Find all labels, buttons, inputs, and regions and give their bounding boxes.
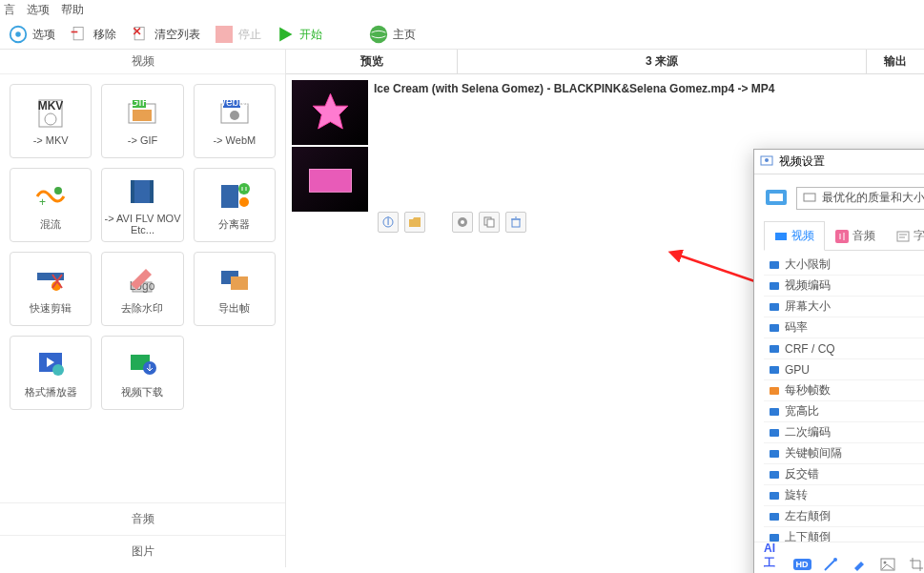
svg-point-24: [238, 183, 250, 194]
spacer: [431, 212, 446, 233]
options-button[interactable]: 选项: [8, 24, 55, 45]
folder-button[interactable]: [404, 212, 425, 233]
crop-button[interactable]: [907, 556, 924, 573]
eraser-button[interactable]: [850, 556, 869, 573]
menu-item[interactable]: 选项: [27, 2, 50, 18]
format-tile-gif[interactable]: GIF-> GIF: [101, 84, 183, 158]
video-thumbnail[interactable]: [292, 80, 368, 145]
menu-item[interactable]: 言: [4, 2, 15, 18]
start-button[interactable]: 开始: [275, 24, 322, 45]
svg-text:WebM: WebM: [217, 96, 248, 109]
svg-rect-31: [231, 276, 248, 290]
svg-rect-72: [770, 534, 779, 542]
property-row[interactable]: 宽高比自动: [764, 401, 924, 422]
format-tile-mux[interactable]: +混流: [10, 168, 92, 242]
property-row[interactable]: 每秒帧数默认: [764, 380, 924, 401]
property-row[interactable]: 码率默认: [764, 317, 924, 338]
property-row[interactable]: 屏幕大小<1080p: [764, 297, 924, 317]
svg-point-25: [239, 197, 249, 207]
format-tile-webm[interactable]: WebM-> WebM: [194, 84, 276, 158]
wand-button[interactable]: [821, 556, 840, 573]
property-row[interactable]: 左右颠倒否: [764, 506, 924, 527]
info-button[interactable]: i: [378, 212, 399, 233]
svg-rect-66: [770, 408, 779, 416]
svg-rect-13: [133, 110, 152, 121]
svg-text:MKV: MKV: [38, 99, 64, 113]
tab-audio[interactable]: 音频: [825, 221, 886, 250]
format-tile-cut[interactable]: 快速剪辑: [10, 252, 92, 326]
svg-point-33: [52, 364, 64, 376]
stop-icon: [214, 24, 235, 45]
format-tile-frames[interactable]: 导出帧: [194, 252, 276, 326]
svg-rect-70: [770, 492, 779, 500]
svg-rect-3: [72, 31, 78, 33]
gear-button[interactable]: [452, 212, 473, 233]
svg-rect-61: [770, 303, 779, 311]
svg-point-47: [765, 158, 769, 162]
delete-button[interactable]: [505, 212, 526, 233]
svg-rect-71: [770, 513, 779, 521]
svg-rect-53: [775, 233, 787, 240]
copy-button[interactable]: [479, 212, 500, 233]
svg-rect-69: [770, 471, 779, 479]
video-settings-dialog: 视频设置 — □ ✕ 最优化的质量和大小 ▾ 另存为 视频: [753, 149, 924, 573]
property-row[interactable]: 视频编码HEVC(H265): [764, 276, 924, 297]
audio-section[interactable]: 音频: [0, 502, 285, 535]
svg-text:i: i: [387, 216, 390, 228]
image-section[interactable]: 图片: [0, 535, 285, 567]
property-row[interactable]: GPU自动检测: [764, 359, 924, 380]
globe-icon: [368, 24, 389, 45]
preset-icon: [764, 184, 789, 212]
tab-subtitle[interactable]: 字幕: [886, 221, 924, 250]
svg-rect-2: [73, 28, 83, 40]
stop-button[interactable]: 停止: [214, 24, 261, 45]
property-row[interactable]: 反交错否: [764, 464, 924, 485]
remove-button[interactable]: 移除: [69, 24, 116, 45]
property-row[interactable]: 旋转否: [764, 485, 924, 506]
format-tile-download[interactable]: 视频下载: [101, 336, 183, 410]
svg-rect-21: [131, 180, 134, 203]
svg-rect-68: [770, 450, 779, 458]
format-tile-mkv[interactable]: MKV-> MKV: [10, 84, 92, 158]
dialog-icon: [760, 153, 773, 170]
svg-point-17: [230, 111, 239, 120]
property-row[interactable]: 二次编码否: [764, 422, 924, 443]
svg-rect-60: [770, 282, 779, 290]
clear-button[interactable]: 清空列表: [130, 24, 200, 45]
svg-point-80: [884, 562, 887, 564]
video-section-header: 视频: [0, 50, 285, 74]
property-row[interactable]: 大小限制关闭: [764, 255, 924, 276]
svg-rect-44: [512, 219, 520, 227]
svg-point-1: [15, 31, 21, 37]
svg-rect-5: [216, 26, 233, 43]
property-row[interactable]: CRF / CQ关闭: [764, 338, 924, 359]
display-icon: [803, 192, 816, 205]
remove-icon: [69, 24, 90, 45]
image-button[interactable]: [878, 556, 897, 573]
video-thumbnail[interactable]: [292, 147, 368, 212]
svg-rect-67: [770, 429, 779, 437]
col-source: 3 来源: [458, 50, 867, 73]
format-tile-avi[interactable]: -> AVI FLV MOV Etc...: [101, 168, 183, 242]
svg-point-41: [461, 220, 464, 224]
property-row[interactable]: 上下颠倒否: [764, 527, 924, 542]
svg-point-78: [833, 558, 837, 562]
format-tile-player[interactable]: 格式播放器: [10, 336, 92, 410]
home-button[interactable]: 主页: [368, 24, 416, 45]
gear-icon: [8, 24, 29, 45]
tab-video[interactable]: 视频: [764, 221, 825, 251]
format-tile-logo[interactable]: Logo去除水印: [101, 252, 183, 326]
svg-rect-49: [770, 194, 783, 201]
svg-rect-64: [770, 366, 779, 374]
property-row[interactable]: 关键帧间隔默认: [764, 443, 924, 464]
menu-item[interactable]: 帮助: [61, 2, 84, 18]
svg-text:+: +: [39, 195, 46, 209]
format-tile-demux[interactable]: 分离器: [194, 168, 276, 242]
hd-button[interactable]: HD: [792, 556, 811, 573]
svg-rect-54: [835, 230, 849, 243]
preset-dropdown[interactable]: 最优化的质量和大小 ▾: [796, 187, 924, 210]
svg-point-19: [54, 187, 62, 194]
ai-tools-button[interactable]: AI工具: [764, 556, 783, 573]
svg-rect-36: [309, 169, 351, 192]
svg-rect-22: [150, 180, 154, 203]
